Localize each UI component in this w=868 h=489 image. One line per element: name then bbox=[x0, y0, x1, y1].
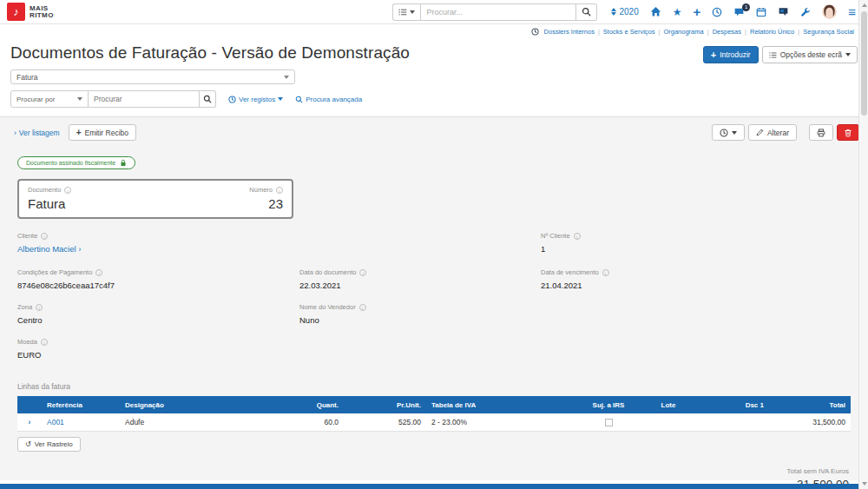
introduce-button[interactable]: + Introduzir bbox=[703, 46, 759, 63]
emit-receipt-button[interactable]: + Emitir Recibo bbox=[69, 124, 136, 141]
field-data-documento: Data do documento 22.03.2021 bbox=[299, 268, 541, 290]
caret-down-icon bbox=[278, 97, 283, 101]
line-ref-link[interactable]: A001 bbox=[47, 418, 64, 426]
document-number-box: Documento Fatura Número 23 bbox=[17, 179, 293, 219]
global-search-submit-button[interactable] bbox=[576, 3, 597, 21]
cliente-link[interactable]: Albertino Maciel › bbox=[17, 244, 81, 254]
quicklink-stocks-servicos[interactable]: Stocks e Serviços bbox=[603, 28, 655, 36]
search-icon bbox=[582, 7, 591, 17]
advanced-search-link[interactable]: Procura avançada bbox=[295, 96, 362, 103]
info-icon bbox=[64, 187, 71, 194]
tools-button[interactable] bbox=[800, 7, 811, 17]
print-button[interactable] bbox=[809, 124, 833, 141]
edit-button[interactable]: Alterar bbox=[748, 124, 797, 141]
col-tabela-iva: Tabela de IVA bbox=[426, 396, 578, 413]
line-lote bbox=[639, 413, 698, 431]
global-search-input[interactable] bbox=[420, 3, 576, 21]
view-list-link[interactable]: › Ver listagem bbox=[14, 129, 60, 137]
year-selector[interactable]: 2020 bbox=[611, 7, 638, 17]
info-icon bbox=[359, 269, 366, 276]
page-head: Documentos de Faturação - Versão de Demo… bbox=[0, 38, 868, 116]
filter-search-button[interactable] bbox=[200, 90, 216, 108]
row-expander[interactable]: › bbox=[17, 413, 42, 431]
plus-icon: + bbox=[711, 50, 716, 60]
year-value: 2020 bbox=[619, 7, 638, 17]
info-icon bbox=[36, 304, 43, 311]
info-icon bbox=[574, 233, 581, 240]
home-icon bbox=[650, 6, 661, 17]
clock-icon bbox=[720, 129, 728, 137]
quicklink-relatorio-unico[interactable]: Relatório Único bbox=[750, 28, 794, 36]
field-moeda: Moeda EURO bbox=[17, 338, 299, 360]
filter-search-input[interactable] bbox=[89, 90, 200, 108]
vertical-scrollbar[interactable] bbox=[858, 0, 868, 489]
table-row: › A001 Adufe 60.0 525.00 2 - 23.00% 31,5… bbox=[17, 413, 851, 431]
document-label: Documento bbox=[28, 186, 61, 194]
net-total-label: Total sem IVA Euros bbox=[787, 467, 849, 475]
info-icon bbox=[41, 339, 48, 346]
add-button[interactable]: + bbox=[693, 7, 700, 17]
printer-icon bbox=[817, 129, 825, 137]
field-vendedor: Nome do Vendedor Nuno bbox=[299, 303, 541, 325]
separator: | bbox=[707, 28, 709, 36]
screen-options-button[interactable]: Opções deste ecrã bbox=[762, 46, 858, 63]
line-designation: Adufe bbox=[120, 413, 257, 431]
home-button[interactable] bbox=[650, 6, 661, 17]
search-by-select[interactable]: Procurar por bbox=[10, 90, 89, 108]
quicklink-despesas[interactable]: Despesas bbox=[713, 28, 741, 36]
col-designacao: Designação bbox=[120, 396, 257, 413]
record-toolbar: › Ver listagem + Emitir Recibo Alterar bbox=[9, 124, 859, 141]
history-dropdown-button[interactable] bbox=[712, 124, 745, 141]
music-note-icon: ♪ bbox=[7, 3, 25, 21]
quicklink-dossiers-internos[interactable]: Dossiers Internos bbox=[544, 28, 595, 36]
notification-badge: 1 bbox=[742, 3, 750, 11]
table-header-row: Referência Designação Quant. Pr.Unit. Ta… bbox=[17, 396, 851, 413]
quicklink-seguranca-social[interactable]: Segurança Social bbox=[803, 28, 854, 36]
line-qty: 60.0 bbox=[257, 413, 344, 431]
calendar-button[interactable] bbox=[756, 7, 766, 17]
record-content: Documento assinado fiscalmente Documento… bbox=[9, 141, 859, 489]
quicklinks-bar: Dossiers Internos| Stocks e Serviços| Or… bbox=[0, 24, 868, 38]
quicklink-organograma[interactable]: Organograma bbox=[663, 28, 703, 36]
col-referencia: Referência bbox=[42, 396, 120, 413]
info-icon bbox=[602, 269, 609, 276]
scroll-up-arrow[interactable] bbox=[859, 0, 868, 10]
caret-down-icon bbox=[77, 97, 82, 101]
lock-icon bbox=[120, 159, 127, 167]
topbar: ♪ MAIS RITMO 2020 bbox=[0, 0, 868, 24]
scroll-down-arrow[interactable] bbox=[859, 479, 868, 489]
lines-section-label: Linhas da fatura bbox=[17, 382, 851, 391]
next-section-header-strip bbox=[0, 484, 858, 489]
star-icon: ★ bbox=[673, 7, 682, 17]
expander-header bbox=[17, 396, 42, 413]
caret-down-icon bbox=[410, 10, 415, 14]
chevron-right-icon: › bbox=[78, 244, 81, 254]
favorites-button[interactable]: ★ bbox=[673, 7, 682, 17]
signed-badge: Documento assinado fiscalmente bbox=[17, 156, 135, 169]
info-icon bbox=[359, 304, 366, 311]
logo-text: MAIS RITMO bbox=[30, 5, 54, 19]
view-records-link[interactable]: Ver registos bbox=[228, 96, 283, 103]
invoice-lines-table: Referência Designação Quant. Pr.Unit. Ta… bbox=[17, 396, 851, 432]
search-icon bbox=[203, 95, 212, 103]
caret-down-icon bbox=[284, 76, 289, 79]
filter-bar: Procurar por Ver registos Procura avança… bbox=[10, 90, 858, 108]
plus-icon: + bbox=[693, 7, 700, 17]
app-logo[interactable]: ♪ MAIS RITMO bbox=[7, 3, 54, 21]
info-icon bbox=[276, 187, 283, 194]
trace-button[interactable]: ↺ Ver Rastreio bbox=[17, 437, 81, 452]
delete-button[interactable] bbox=[837, 124, 859, 141]
line-total: 31,500.00 bbox=[769, 413, 851, 431]
irs-checkbox[interactable] bbox=[605, 419, 613, 426]
feedback-button[interactable] bbox=[778, 7, 789, 17]
messages-button[interactable]: 1 bbox=[733, 7, 745, 17]
menu-button[interactable]: ≡ bbox=[848, 4, 856, 19]
scrollbar-thumb[interactable] bbox=[861, 11, 867, 116]
record-panel: › Ver listagem + Emitir Recibo Alterar bbox=[0, 116, 868, 480]
recent-button[interactable] bbox=[712, 7, 722, 17]
user-avatar[interactable] bbox=[822, 4, 837, 19]
search-scope-button[interactable] bbox=[392, 3, 420, 21]
col-lote: Lote bbox=[639, 396, 698, 413]
doc-type-select[interactable]: Fatura bbox=[10, 69, 295, 84]
trash-icon bbox=[844, 129, 852, 137]
